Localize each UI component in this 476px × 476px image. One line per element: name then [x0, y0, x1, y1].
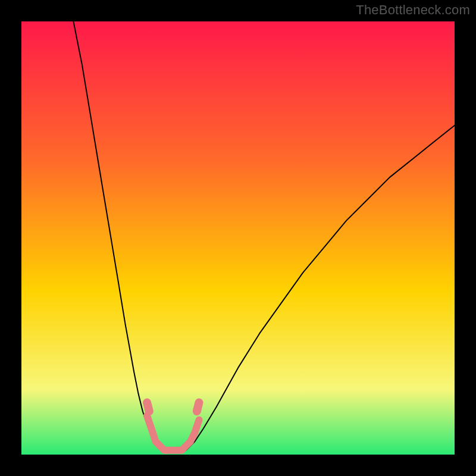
gradient-backdrop — [21, 21, 455, 455]
watermark-text: TheBottleneck.com — [356, 2, 470, 18]
chart-frame: TheBottleneck.com — [0, 0, 476, 476]
series-valley_knob_left — [147, 403, 149, 412]
chart-svg — [21, 21, 455, 455]
plot-area — [21, 21, 455, 455]
series-valley_knob_right — [197, 403, 199, 412]
